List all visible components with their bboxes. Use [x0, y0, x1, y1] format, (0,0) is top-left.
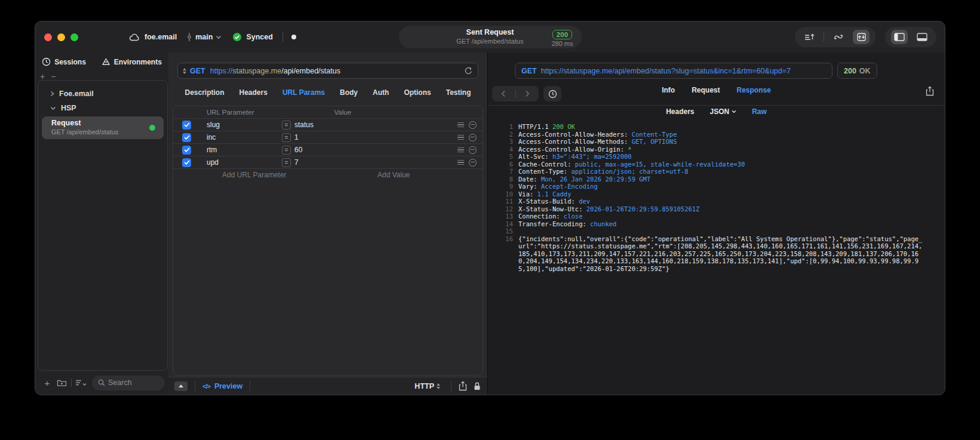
request-url-input[interactable]: GET https://statuspage.me/api/embed/stat…: [177, 63, 478, 79]
param-name-cell[interactable]: slug: [207, 121, 282, 129]
sessions-panel: Foe.email HSP Request GET /api/embed/sta…: [38, 80, 168, 371]
param-checkbox[interactable]: [182, 146, 191, 155]
protocol-label: HTTP: [414, 382, 434, 390]
tab-info[interactable]: Info: [662, 86, 675, 94]
protocol-stepper-icon: [437, 383, 440, 389]
tab-url-params[interactable]: URL Params: [282, 88, 325, 97]
export-icon[interactable]: [801, 30, 818, 44]
sync-status[interactable]: Synced: [232, 32, 272, 42]
reorder-handle-icon[interactable]: [457, 135, 464, 140]
param-name-cell[interactable]: inc: [207, 133, 282, 141]
remove-param-icon[interactable]: [469, 146, 477, 154]
footer-separator: [451, 381, 451, 391]
new-folder-icon[interactable]: [56, 377, 67, 389]
tab-description[interactable]: Description: [185, 88, 225, 97]
sidebar: Sessions Environments + − Foe.email: [35, 53, 169, 395]
param-value-cell[interactable]: 7: [294, 158, 457, 167]
toggle-left-sidebar-icon[interactable]: [891, 30, 908, 44]
tree-item-hsp[interactable]: HSP: [38, 101, 167, 115]
request-editor-panel: GET https://statuspage.me/api/embed/stat…: [168, 53, 487, 395]
add-session-button[interactable]: +: [40, 73, 45, 80]
subtab-raw[interactable]: Raw: [752, 107, 767, 116]
forward-icon[interactable]: [525, 90, 530, 97]
param-value-cell[interactable]: status: [294, 121, 457, 129]
line-number: 10: [495, 190, 513, 198]
icon-separator: [824, 32, 824, 42]
tab-body[interactable]: Body: [340, 88, 358, 97]
add-param-placeholder[interactable]: Add URL Parameter: [222, 171, 297, 179]
share-response-icon[interactable]: [926, 86, 934, 96]
tab-request[interactable]: Request: [692, 86, 720, 94]
commit-icon: [186, 32, 192, 42]
method-label[interactable]: GET: [190, 67, 205, 75]
reorder-handle-icon[interactable]: [457, 147, 464, 153]
chevron-down-icon: [732, 110, 736, 113]
view-options-icon[interactable]: [75, 377, 87, 389]
sent-request-pill[interactable]: Sent Request GET /api/embed/status 200 2…: [399, 26, 582, 48]
method-stepper-icon[interactable]: [183, 68, 186, 74]
zoom-window-button[interactable]: [70, 33, 78, 41]
param-name-cell[interactable]: upd: [207, 158, 282, 167]
tab-environments[interactable]: Environments: [102, 57, 162, 66]
param-checkbox[interactable]: [182, 158, 191, 167]
sync-branches-icon[interactable]: [830, 30, 847, 44]
chevron-down-icon: [216, 35, 222, 39]
status-code-badge: 200: [552, 30, 572, 39]
subtab-headers[interactable]: Headers: [666, 107, 694, 116]
tab-sessions[interactable]: Sessions: [42, 57, 86, 66]
response-line: 8Date: Mon, 26 Jan 2026 20:29:59 GMT: [495, 176, 945, 183]
unsaved-indicator-dot: [291, 35, 296, 39]
tab-auth[interactable]: Auth: [373, 88, 389, 97]
request-list-item-selected[interactable]: Request GET /api/embed/status: [42, 116, 164, 139]
footer-separator: [195, 381, 195, 391]
reorder-handle-icon[interactable]: [457, 122, 464, 128]
collapse-panel-icon[interactable]: [174, 381, 188, 391]
share-icon[interactable]: [459, 381, 467, 391]
tree-item-foe-email[interactable]: Foe.email: [38, 87, 167, 101]
project-selector[interactable]: foe.email: [129, 33, 177, 41]
history-clock-icon[interactable]: [543, 86, 561, 101]
request-success-dot: [149, 125, 155, 131]
branch-selector[interactable]: main: [186, 32, 222, 42]
param-name-cell[interactable]: rtm: [207, 146, 282, 154]
response-line: 4Access-Control-Allow-Origin: *: [495, 146, 945, 153]
remove-param-icon[interactable]: [469, 134, 477, 141]
resend-request-icon[interactable]: [464, 66, 473, 75]
response-line: 5Alt-Svc: h3=":443"; ma=2592000: [495, 153, 945, 161]
tab-sessions-label: Sessions: [54, 58, 86, 66]
subtab-json-dropdown[interactable]: JSON: [710, 107, 737, 116]
close-window-button[interactable]: [44, 33, 52, 41]
sent-request-title: Sent Request: [456, 28, 523, 38]
back-icon[interactable]: [501, 90, 506, 97]
toggle-bottom-panel-icon[interactable]: [914, 30, 930, 44]
code-icon: </>: [202, 383, 210, 390]
minimize-window-button[interactable]: [57, 33, 65, 41]
add-request-button[interactable]: +: [41, 377, 53, 389]
response-status-code: 200: [844, 67, 856, 75]
sync-label: Synced: [246, 33, 272, 41]
tab-testing[interactable]: Testing: [446, 88, 471, 97]
column-header-parameter: URL Parameter: [207, 109, 254, 116]
param-checkbox[interactable]: [182, 121, 191, 130]
search-input[interactable]: Search: [92, 376, 165, 390]
search-icon: [98, 379, 105, 386]
param-checkbox[interactable]: [182, 133, 191, 142]
import-export-icon[interactable]: [853, 30, 870, 44]
response-panel: GET https://statuspage.me/api/embed/stat…: [487, 53, 945, 395]
param-value-cell[interactable]: 1: [294, 133, 457, 141]
tab-headers[interactable]: Headers: [239, 88, 268, 97]
remove-param-icon[interactable]: [469, 159, 477, 167]
add-value-placeholder[interactable]: Add Value: [377, 171, 483, 179]
remove-session-button[interactable]: −: [51, 73, 56, 80]
lock-icon[interactable]: [473, 381, 481, 391]
response-line: 13Connection: close: [495, 213, 945, 220]
sent-request-url[interactable]: GET https://statuspage.me/api/embed/stat…: [515, 63, 832, 79]
protocol-selector[interactable]: HTTP: [414, 382, 444, 390]
tab-options[interactable]: Options: [404, 88, 431, 97]
preview-button[interactable]: </> Preview: [202, 382, 242, 390]
param-value-cell[interactable]: 60: [294, 146, 457, 154]
tab-response[interactable]: Response: [736, 86, 770, 94]
cloud-icon: [129, 33, 140, 41]
remove-param-icon[interactable]: [469, 121, 477, 129]
reorder-handle-icon[interactable]: [457, 160, 464, 165]
